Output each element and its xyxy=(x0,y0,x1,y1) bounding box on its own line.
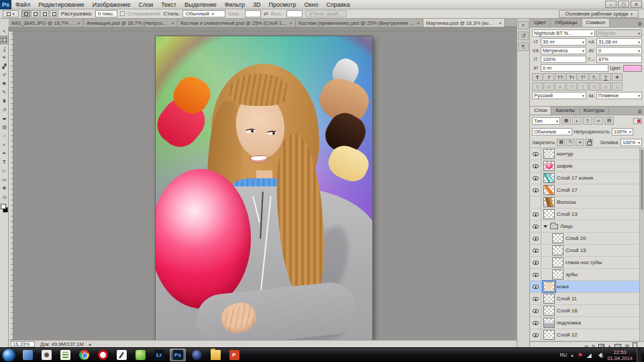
menu-help[interactable]: Справка xyxy=(322,0,354,9)
filter-kind-dropdown[interactable]: Тип xyxy=(532,117,560,125)
menu-edit[interactable]: Редактирование xyxy=(34,0,89,9)
visibility-toggle[interactable] xyxy=(530,329,541,341)
taskbar-app-photoshop-active[interactable]: Ps xyxy=(170,349,186,361)
filter-adjustment-layers-icon[interactable] xyxy=(572,117,582,125)
eraser-tool[interactable] xyxy=(0,114,9,123)
quick-selection-tool[interactable] xyxy=(0,53,9,62)
strikethrough-button[interactable] xyxy=(612,73,623,81)
zoom-tool[interactable] xyxy=(0,192,9,201)
visibility-toggle[interactable] xyxy=(530,293,541,304)
taskbar-app-powerpoint[interactable]: P xyxy=(226,349,242,361)
layer-filter-toggle[interactable] xyxy=(633,118,642,124)
lock-transparency-icon[interactable] xyxy=(557,139,565,146)
blur-tool[interactable] xyxy=(0,131,9,140)
swap-dimensions-icon[interactable] xyxy=(264,11,268,17)
taskbar-app-lightroom[interactable]: Lr xyxy=(151,349,167,361)
document-tab[interactable]: IMG_3845.JPG @ 16,7% (RGB/8*) xyxy=(9,19,84,27)
layer-group-row[interactable]: Лицо xyxy=(530,221,644,233)
layer-row-child[interactable]: Слой 15 xyxy=(530,245,644,257)
visibility-toggle[interactable] xyxy=(530,269,541,280)
path-selection-tool[interactable] xyxy=(0,166,9,175)
subscript-button[interactable] xyxy=(589,73,600,81)
taskbar-app-green[interactable] xyxy=(132,349,148,361)
layer-row[interactable]: контур xyxy=(530,148,644,160)
workspace-switcher[interactable]: Основная рабочая среда xyxy=(559,10,639,18)
opacity-input[interactable]: 100% xyxy=(612,128,633,135)
layer-thumbnail[interactable] xyxy=(543,197,555,207)
font-size-dropdown[interactable]: 30 пт xyxy=(541,38,586,46)
visibility-toggle[interactable] xyxy=(530,172,541,184)
panel-menu-icon[interactable] xyxy=(637,21,644,27)
layer-row[interactable]: Слой 11 xyxy=(530,293,644,305)
visibility-toggle[interactable] xyxy=(530,196,541,208)
visibility-toggle[interactable] xyxy=(530,317,541,328)
layer-thumbnail[interactable] xyxy=(552,245,564,255)
small-caps-button[interactable] xyxy=(566,73,577,81)
layer-thumbnail[interactable] xyxy=(543,306,555,316)
layer-row[interactable]: подложка xyxy=(530,317,644,329)
type-tool[interactable] xyxy=(0,158,9,166)
tracking-dropdown[interactable]: 0 xyxy=(596,47,642,54)
layer-thumbnail[interactable] xyxy=(543,318,555,328)
layer-thumbnail[interactable] xyxy=(543,161,555,171)
swash-button[interactable] xyxy=(555,82,566,90)
document-tab[interactable]: Костюм (применение).psd @ 25% (Внутрення… xyxy=(296,19,423,27)
filter-smart-objects-icon[interactable] xyxy=(604,117,614,125)
style-dropdown[interactable]: Обычный xyxy=(182,10,225,17)
visibility-toggle[interactable] xyxy=(530,281,541,292)
clone-stamp-tool[interactable] xyxy=(0,97,9,105)
visibility-toggle[interactable] xyxy=(530,160,541,172)
taskbar-app-explorer[interactable] xyxy=(207,349,223,361)
menu-3d[interactable]: 3D xyxy=(249,0,265,9)
layer-thumbnail[interactable] xyxy=(543,149,555,159)
taskbar-clock[interactable]: 22:53 01.04.2014 xyxy=(607,349,633,361)
minimize-button[interactable] xyxy=(605,1,616,8)
new-selection-button[interactable] xyxy=(21,10,30,17)
shape-tool[interactable] xyxy=(0,175,9,184)
lock-pixels-icon[interactable] xyxy=(566,139,574,146)
horizontal-scale-input[interactable]: 87% xyxy=(596,56,642,63)
layer-row[interactable]: Слой 17 xyxy=(530,184,644,196)
layer-row[interactable]: Слой 16 xyxy=(530,305,644,317)
visibility-toggle[interactable] xyxy=(530,184,541,196)
layer-thumbnail[interactable] xyxy=(552,269,564,280)
layer-thumbnail[interactable] xyxy=(543,294,555,304)
hand-tool[interactable] xyxy=(0,184,9,192)
superscript-button[interactable] xyxy=(578,73,588,81)
action-center-flag-icon[interactable] xyxy=(578,352,583,359)
filter-pixel-layers-icon[interactable] xyxy=(561,117,571,125)
visibility-toggle[interactable] xyxy=(530,208,541,220)
layer-row-child[interactable]: зубы xyxy=(530,269,644,281)
visibility-toggle[interactable] xyxy=(530,305,541,316)
menu-view[interactable]: Просмотр xyxy=(264,0,300,9)
ligatures-button[interactable] xyxy=(532,82,543,90)
taskbar-app-chrome[interactable] xyxy=(76,349,92,361)
visibility-toggle[interactable] xyxy=(530,245,541,256)
document-tab[interactable]: Анимация.psd @ 16,7% (Непрозрачный, RGB/… xyxy=(84,19,178,27)
close-button[interactable] xyxy=(631,1,642,8)
taskbar-app-opera[interactable] xyxy=(95,349,111,361)
fractions-button[interactable] xyxy=(589,82,600,90)
feather-input[interactable]: 0 пикс. xyxy=(95,10,117,17)
visibility-toggle[interactable] xyxy=(530,221,541,232)
tool-preset-picker[interactable] xyxy=(3,10,19,17)
taskbar-app-paint-tool-sai[interactable] xyxy=(113,349,129,361)
tab-swatches[interactable]: Образцы xyxy=(551,19,582,27)
rectangular-marquee-tool[interactable] xyxy=(0,36,9,44)
titling-alternates-button[interactable] xyxy=(578,82,588,90)
layer-row[interactable]: Слой 12 xyxy=(530,329,644,341)
font-family-dropdown[interactable]: Nightclub BT N... xyxy=(532,29,595,37)
menu-layers[interactable]: Слои xyxy=(134,0,157,9)
zoom-level-input[interactable]: 16,33% xyxy=(11,341,35,347)
document-tab-active[interactable]: Мартинка.psd @ 16,3% (кожа, RGB/8*) xyxy=(423,19,505,27)
layer-thumbnail[interactable] xyxy=(543,209,555,219)
expand-panels-button[interactable] xyxy=(518,21,529,29)
layer-thumbnail[interactable] xyxy=(543,282,555,292)
tab-channels[interactable]: Каналы xyxy=(551,107,579,115)
tab-color[interactable]: Цвет xyxy=(530,19,551,27)
panel-menu-icon[interactable] xyxy=(637,109,644,115)
menu-window[interactable]: Окно xyxy=(301,0,323,9)
intersect-selection-button[interactable] xyxy=(50,10,58,17)
filter-type-layers-icon[interactable] xyxy=(583,117,592,125)
kerning-dropdown[interactable]: Метрическ xyxy=(541,47,586,54)
